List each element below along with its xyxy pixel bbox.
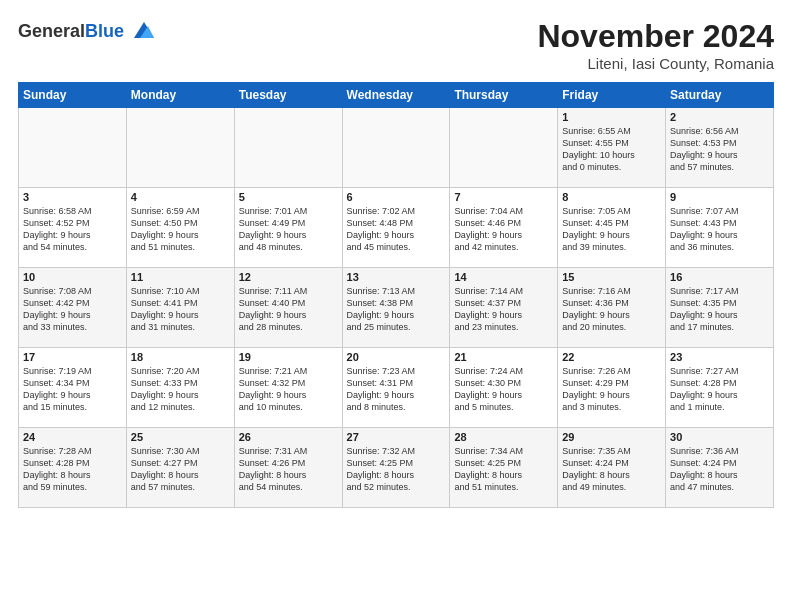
day-info: Sunrise: 7:02 AM Sunset: 4:48 PM Dayligh… bbox=[347, 205, 446, 254]
calendar-cell: 17Sunrise: 7:19 AM Sunset: 4:34 PM Dayli… bbox=[19, 348, 127, 428]
day-info: Sunrise: 6:59 AM Sunset: 4:50 PM Dayligh… bbox=[131, 205, 230, 254]
weekday-header-saturday: Saturday bbox=[666, 83, 774, 108]
calendar-cell: 24Sunrise: 7:28 AM Sunset: 4:28 PM Dayli… bbox=[19, 428, 127, 508]
logo-blue-text: Blue bbox=[85, 21, 124, 41]
day-number: 3 bbox=[23, 191, 122, 203]
calendar-body: 1Sunrise: 6:55 AM Sunset: 4:55 PM Daylig… bbox=[19, 108, 774, 508]
day-number: 1 bbox=[562, 111, 661, 123]
day-number: 13 bbox=[347, 271, 446, 283]
week-row-2: 3Sunrise: 6:58 AM Sunset: 4:52 PM Daylig… bbox=[19, 188, 774, 268]
calendar-cell bbox=[450, 108, 558, 188]
day-number: 12 bbox=[239, 271, 338, 283]
day-info: Sunrise: 7:24 AM Sunset: 4:30 PM Dayligh… bbox=[454, 365, 553, 414]
day-info: Sunrise: 7:21 AM Sunset: 4:32 PM Dayligh… bbox=[239, 365, 338, 414]
title-block: November 2024 Liteni, Iasi County, Roman… bbox=[537, 18, 774, 72]
day-number: 17 bbox=[23, 351, 122, 363]
calendar-cell bbox=[126, 108, 234, 188]
day-number: 29 bbox=[562, 431, 661, 443]
month-title: November 2024 bbox=[537, 18, 774, 55]
weekday-header-sunday: Sunday bbox=[19, 83, 127, 108]
day-number: 25 bbox=[131, 431, 230, 443]
calendar-header: SundayMondayTuesdayWednesdayThursdayFrid… bbox=[19, 83, 774, 108]
header: GeneralBlue November 2024 Liteni, Iasi C… bbox=[18, 18, 774, 72]
day-info: Sunrise: 7:34 AM Sunset: 4:25 PM Dayligh… bbox=[454, 445, 553, 494]
day-info: Sunrise: 7:04 AM Sunset: 4:46 PM Dayligh… bbox=[454, 205, 553, 254]
day-info: Sunrise: 7:26 AM Sunset: 4:29 PM Dayligh… bbox=[562, 365, 661, 414]
day-info: Sunrise: 7:23 AM Sunset: 4:31 PM Dayligh… bbox=[347, 365, 446, 414]
day-info: Sunrise: 7:10 AM Sunset: 4:41 PM Dayligh… bbox=[131, 285, 230, 334]
day-info: Sunrise: 7:30 AM Sunset: 4:27 PM Dayligh… bbox=[131, 445, 230, 494]
calendar-cell: 15Sunrise: 7:16 AM Sunset: 4:36 PM Dayli… bbox=[558, 268, 666, 348]
calendar-cell: 10Sunrise: 7:08 AM Sunset: 4:42 PM Dayli… bbox=[19, 268, 127, 348]
day-number: 8 bbox=[562, 191, 661, 203]
day-number: 28 bbox=[454, 431, 553, 443]
calendar-cell: 21Sunrise: 7:24 AM Sunset: 4:30 PM Dayli… bbox=[450, 348, 558, 428]
weekday-header-tuesday: Tuesday bbox=[234, 83, 342, 108]
day-info: Sunrise: 7:07 AM Sunset: 4:43 PM Dayligh… bbox=[670, 205, 769, 254]
day-info: Sunrise: 7:17 AM Sunset: 4:35 PM Dayligh… bbox=[670, 285, 769, 334]
logo-icon bbox=[126, 18, 154, 46]
calendar-cell: 5Sunrise: 7:01 AM Sunset: 4:49 PM Daylig… bbox=[234, 188, 342, 268]
calendar-table: SundayMondayTuesdayWednesdayThursdayFrid… bbox=[18, 82, 774, 508]
day-info: Sunrise: 7:16 AM Sunset: 4:36 PM Dayligh… bbox=[562, 285, 661, 334]
calendar-cell: 3Sunrise: 6:58 AM Sunset: 4:52 PM Daylig… bbox=[19, 188, 127, 268]
day-info: Sunrise: 7:27 AM Sunset: 4:28 PM Dayligh… bbox=[670, 365, 769, 414]
day-number: 21 bbox=[454, 351, 553, 363]
calendar-cell: 4Sunrise: 6:59 AM Sunset: 4:50 PM Daylig… bbox=[126, 188, 234, 268]
day-number: 15 bbox=[562, 271, 661, 283]
day-number: 2 bbox=[670, 111, 769, 123]
calendar-cell: 1Sunrise: 6:55 AM Sunset: 4:55 PM Daylig… bbox=[558, 108, 666, 188]
calendar-cell: 29Sunrise: 7:35 AM Sunset: 4:24 PM Dayli… bbox=[558, 428, 666, 508]
day-number: 19 bbox=[239, 351, 338, 363]
day-info: Sunrise: 6:56 AM Sunset: 4:53 PM Dayligh… bbox=[670, 125, 769, 174]
calendar-cell: 2Sunrise: 6:56 AM Sunset: 4:53 PM Daylig… bbox=[666, 108, 774, 188]
day-number: 11 bbox=[131, 271, 230, 283]
location: Liteni, Iasi County, Romania bbox=[537, 55, 774, 72]
day-number: 23 bbox=[670, 351, 769, 363]
weekday-header-wednesday: Wednesday bbox=[342, 83, 450, 108]
day-info: Sunrise: 7:20 AM Sunset: 4:33 PM Dayligh… bbox=[131, 365, 230, 414]
calendar-cell: 30Sunrise: 7:36 AM Sunset: 4:24 PM Dayli… bbox=[666, 428, 774, 508]
calendar-cell: 13Sunrise: 7:13 AM Sunset: 4:38 PM Dayli… bbox=[342, 268, 450, 348]
calendar-cell bbox=[19, 108, 127, 188]
day-info: Sunrise: 7:11 AM Sunset: 4:40 PM Dayligh… bbox=[239, 285, 338, 334]
day-info: Sunrise: 7:13 AM Sunset: 4:38 PM Dayligh… bbox=[347, 285, 446, 334]
calendar-cell: 25Sunrise: 7:30 AM Sunset: 4:27 PM Dayli… bbox=[126, 428, 234, 508]
day-info: Sunrise: 7:36 AM Sunset: 4:24 PM Dayligh… bbox=[670, 445, 769, 494]
weekday-header-monday: Monday bbox=[126, 83, 234, 108]
day-info: Sunrise: 7:19 AM Sunset: 4:34 PM Dayligh… bbox=[23, 365, 122, 414]
calendar-cell: 20Sunrise: 7:23 AM Sunset: 4:31 PM Dayli… bbox=[342, 348, 450, 428]
day-info: Sunrise: 7:31 AM Sunset: 4:26 PM Dayligh… bbox=[239, 445, 338, 494]
day-number: 20 bbox=[347, 351, 446, 363]
calendar-cell: 26Sunrise: 7:31 AM Sunset: 4:26 PM Dayli… bbox=[234, 428, 342, 508]
day-info: Sunrise: 7:05 AM Sunset: 4:45 PM Dayligh… bbox=[562, 205, 661, 254]
day-number: 6 bbox=[347, 191, 446, 203]
day-number: 14 bbox=[454, 271, 553, 283]
day-info: Sunrise: 7:14 AM Sunset: 4:37 PM Dayligh… bbox=[454, 285, 553, 334]
day-number: 7 bbox=[454, 191, 553, 203]
calendar-cell: 16Sunrise: 7:17 AM Sunset: 4:35 PM Dayli… bbox=[666, 268, 774, 348]
day-number: 27 bbox=[347, 431, 446, 443]
page: GeneralBlue November 2024 Liteni, Iasi C… bbox=[0, 0, 792, 612]
logo: GeneralBlue bbox=[18, 18, 154, 46]
calendar-cell: 23Sunrise: 7:27 AM Sunset: 4:28 PM Dayli… bbox=[666, 348, 774, 428]
day-info: Sunrise: 7:08 AM Sunset: 4:42 PM Dayligh… bbox=[23, 285, 122, 334]
calendar-cell bbox=[234, 108, 342, 188]
day-info: Sunrise: 6:55 AM Sunset: 4:55 PM Dayligh… bbox=[562, 125, 661, 174]
weekday-header-thursday: Thursday bbox=[450, 83, 558, 108]
calendar-cell: 14Sunrise: 7:14 AM Sunset: 4:37 PM Dayli… bbox=[450, 268, 558, 348]
day-number: 5 bbox=[239, 191, 338, 203]
week-row-3: 10Sunrise: 7:08 AM Sunset: 4:42 PM Dayli… bbox=[19, 268, 774, 348]
calendar-cell: 6Sunrise: 7:02 AM Sunset: 4:48 PM Daylig… bbox=[342, 188, 450, 268]
calendar-cell: 12Sunrise: 7:11 AM Sunset: 4:40 PM Dayli… bbox=[234, 268, 342, 348]
day-info: Sunrise: 6:58 AM Sunset: 4:52 PM Dayligh… bbox=[23, 205, 122, 254]
day-number: 4 bbox=[131, 191, 230, 203]
day-info: Sunrise: 7:01 AM Sunset: 4:49 PM Dayligh… bbox=[239, 205, 338, 254]
header-row: SundayMondayTuesdayWednesdayThursdayFrid… bbox=[19, 83, 774, 108]
day-number: 16 bbox=[670, 271, 769, 283]
day-number: 22 bbox=[562, 351, 661, 363]
day-number: 24 bbox=[23, 431, 122, 443]
day-number: 18 bbox=[131, 351, 230, 363]
day-info: Sunrise: 7:35 AM Sunset: 4:24 PM Dayligh… bbox=[562, 445, 661, 494]
day-number: 9 bbox=[670, 191, 769, 203]
